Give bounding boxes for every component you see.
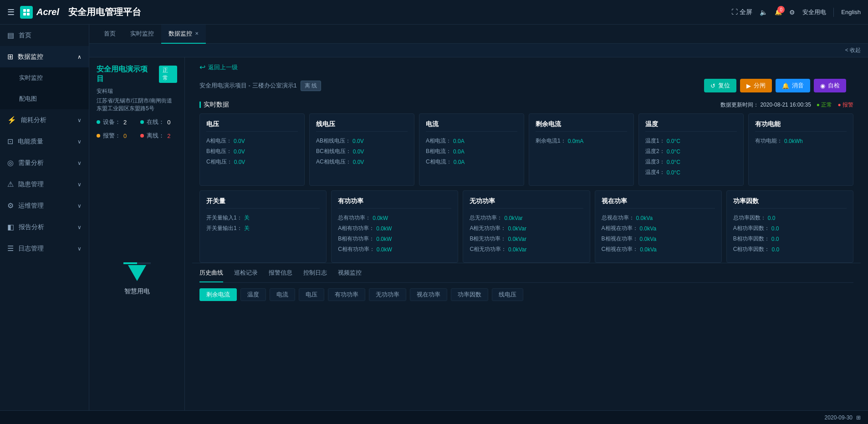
filter-tab-active-power[interactable]: 有功功率 [328,288,365,301]
filter-tab-power-factor[interactable]: 功率因数 [451,288,488,301]
sidebar-item-ops-mgmt[interactable]: ⚙ 运维管理 ∨ [0,195,89,216]
volume-btn[interactable]: 🔈 [760,9,767,16]
bottom-tab-video-monitor[interactable]: 视频监控 [338,269,362,282]
data-row: B相视在功率： 0.0kVa [602,235,715,243]
sidebar: ▤ 首页 ⊞ 数据监控 ∧ 实时监控 配电图 ⚡ 能耗分析 ∨ ⊡ 电能质量 ∨ [0,25,89,410]
bottom-tab-control-log[interactable]: 控制日志 [303,269,327,282]
stat-offline: 离线： 2 [140,132,170,140]
filter-tab-line-voltage[interactable]: 线电压 [492,288,523,301]
filter-tab-residual-current[interactable]: 剩余电流 [199,288,237,301]
self-check-button[interactable]: ◉ 自检 [814,79,846,92]
device-header-row: ↩ 返回上一级 [192,57,861,79]
card-title-apparent-power: 视在功率 [602,197,715,209]
dot-device [97,120,100,124]
energy-icon: ⚡ [7,116,16,124]
data-row: BC相线电压： 0.0V [316,148,408,155]
reset-button[interactable]: ↺ 复位 [704,79,736,92]
filter-tab-reactive-power[interactable]: 无功功率 [369,288,406,301]
sidebar-item-power-quality[interactable]: ⊡ 电能质量 ∨ [0,131,89,152]
filter-tab-current[interactable]: 电流 [270,288,295,301]
data-monitor-icon: ⊞ [7,52,13,61]
status-alarm: ● 报警 [837,101,853,109]
notification-btn[interactable]: 🔔 0 [775,9,782,15]
settings-btn[interactable]: ⚙ [789,9,795,16]
sidebar-item-energy-analysis[interactable]: ⚡ 能耗分析 ∨ [0,109,89,131]
fullscreen-btn[interactable]: ⛶ 全屏 [731,8,752,16]
sidebar-item-distribution-map[interactable]: 配电图 [0,88,89,109]
sidebar-item-demand-analysis[interactable]: ◎ 需量分析 ∨ [0,152,89,174]
sidebar-item-data-monitor[interactable]: ⊞ 数据监控 ∧ [0,46,89,67]
sidebar-item-home[interactable]: ▤ 首页 [0,25,89,46]
data-card-active-power: 有功功率 总有功功率： 0.0kW A相有功功率： 0.0kW B相有功功率： … [331,190,458,263]
filter-tab-apparent-power[interactable]: 视在功率 [410,288,447,301]
data-row: C相无功功率： 0.0kVar [470,245,583,253]
chevron-down-icon: ∨ [77,245,82,252]
alarm-button[interactable]: ▶ 分闸 [740,79,772,92]
offline-badge: 离 线 [301,81,321,91]
bottom-tab-inspection[interactable]: 巡检记录 [234,269,258,282]
chevron-down-icon: ∨ [77,117,82,123]
sidebar-item-log-mgmt[interactable]: ☰ 日志管理 ∨ [0,238,89,259]
page-content: < 收起 安全用电演示项目 正常 安科瑞 江苏省/无锡市/江阴市/南闸街道东盟工… [89,44,868,410]
action-buttons: ↺ 复位 ▶ 分闸 🔔 消音 [704,79,853,92]
sidebar-item-report-analysis[interactable]: ◧ 报告分析 ∨ [0,216,89,238]
device-stats-2: 报警： 0 离线： 2 [97,132,177,140]
tab-close-icon[interactable]: ✕ [195,31,199,36]
tab-realtime-monitor[interactable]: 实时监控 [123,25,161,44]
stat-device: 设备： 2 [97,118,127,126]
language-label[interactable]: English [841,9,861,15]
report-icon: ◧ [7,223,14,231]
device-title: 安全用电演示项目 正常 [97,65,177,84]
data-row: 总无功功率： 0.0kVar [470,214,583,222]
dot-online [140,120,144,124]
mute-button[interactable]: 🔔 消音 [776,79,810,92]
data-row: C相电压： 0.0V [206,158,298,166]
chevron-up-icon: ∧ [77,54,82,60]
right-panel: ↩ 返回上一级 安全用电演示项目 - 三楼办公室演示1 离 线 ↺ [185,57,868,410]
data-row: A相电压： 0.0V [206,137,298,145]
menu-toggle[interactable]: ☰ [7,7,15,17]
main-split: 安全用电演示项目 正常 安科瑞 江苏省/无锡市/江阴市/南闸街道东盟工业园区东盟… [89,57,868,410]
bottom-bar: 2020-09-30 ⊞ [0,410,868,424]
sidebar-item-risk-mgmt[interactable]: ⚠ 隐患管理 ∨ [0,174,89,195]
dot-alarm [97,134,100,138]
bottom-tab-alarm-info[interactable]: 报警信息 [269,269,292,282]
card-title-switch: 开关量 [206,197,320,209]
data-card-apparent-power: 视在功率 总视在功率： 0.0kVa A相视在功率： 0.0kVa B相视在功率… [595,190,722,263]
back-button[interactable]: ↩ 返回上一级 [192,57,245,75]
sidebar-item-realtime-monitor[interactable]: 实时监控 [0,67,89,88]
alarm-icon: ▶ [746,82,751,89]
home-icon: ▤ [7,31,14,40]
bell-icon: 🔔 [782,82,789,89]
data-row: A相功率因数： 0.0 [733,225,847,232]
data-row: 总视在功率： 0.0kVa [602,214,715,222]
tab-data-monitor[interactable]: 数据监控 ✕ [161,25,206,44]
left-panel: 安全用电演示项目 正常 安科瑞 江苏省/无锡市/江阴市/南闸街道东盟工业园区东盟… [89,57,185,410]
logo-icon [20,6,33,19]
sidebar-item-label: 数据监控 [18,53,73,61]
filter-tab-voltage[interactable]: 电压 [299,288,324,301]
section-icon [199,102,201,108]
data-card-residual-current: 剩余电流 剩余电流1： 0.0mA [529,113,634,186]
page-title: 安全用电管理平台 [68,6,141,18]
reset-icon: ↺ [710,82,715,89]
card-title-active-energy: 有功电能 [755,120,847,132]
data-card-reactive-power: 无功功率 总无功功率： 0.0kVar A相无功功率： 0.0kVar B相无功… [463,190,590,263]
collapse-bar[interactable]: < 收起 [89,44,868,57]
data-row: C相视在功率： 0.0kVa [602,245,715,253]
bottom-tab-list: 历史曲线巡检记录报警信息控制日志视频监控 [199,269,853,283]
data-row: A相有功功率： 0.0kW [338,225,451,232]
expand-icon[interactable]: ⊞ [856,414,861,421]
chevron-down-icon: ∨ [77,138,82,145]
data-row: 有功电能： 0.0kWh [755,137,847,145]
tab-home[interactable]: 首页 [97,25,123,44]
filter-tab-temperature[interactable]: 温度 [240,288,266,301]
data-card-switch: 开关量 开关量输入1： 关 开关量输出1： 关 [199,190,327,263]
bottom-tab-history-curve[interactable]: 历史曲线 [199,269,223,282]
data-card-temperature: 温度 温度1： 0.0°C 温度2： 0.0°C 温度3： 0.0°C 温度4：… [638,113,744,186]
notification-count: 0 [777,6,785,13]
data-grid-row2: 开关量 开关量输入1： 关 开关量输出1： 关 有功功率 总有功功率： 0.0k… [192,190,861,263]
smart-label: 智慧用电 [124,287,150,296]
device-company: 安科瑞 [97,87,177,95]
card-title-power-factor: 功率因数 [733,197,847,209]
